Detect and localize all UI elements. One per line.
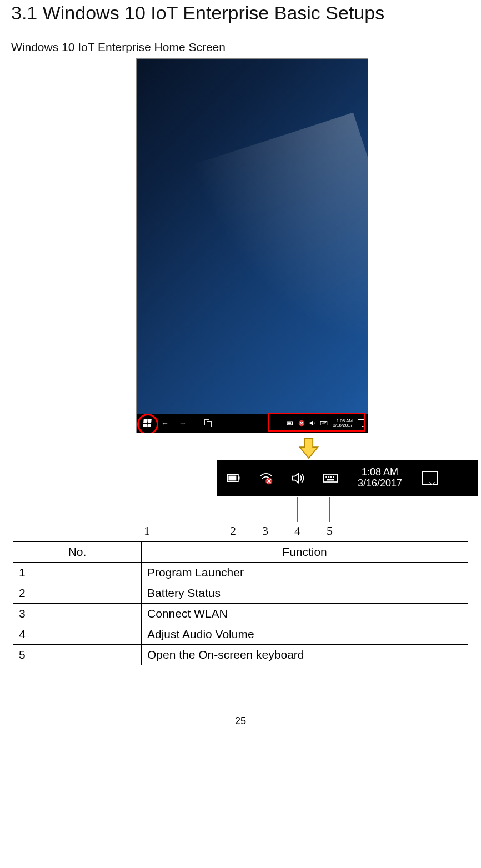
table-row: 5 Open the On-screen keyboard xyxy=(13,645,468,665)
svg-rect-12 xyxy=(228,476,236,481)
device-screenshot: ← → xyxy=(136,58,368,433)
clock-large[interactable]: 1:08 AM 3/16/2017 xyxy=(347,467,413,489)
svg-rect-2 xyxy=(288,422,292,424)
taskbar-clock[interactable]: 1:08 AM 3/16/2017 xyxy=(331,419,354,428)
leader-line-1 xyxy=(147,434,147,523)
task-view-icon[interactable] xyxy=(204,419,212,427)
table-row: 4 Adjust Audio Volume xyxy=(13,624,468,645)
page-number: 25 xyxy=(11,715,470,727)
svg-rect-17 xyxy=(330,476,332,478)
leader-line-3 xyxy=(265,497,265,522)
back-icon[interactable]: ← xyxy=(161,419,169,428)
callout-number: 2 xyxy=(230,524,236,538)
callout-number: 5 xyxy=(327,524,333,538)
section-heading: 3.1 Windows 10 IoT Enterprise Basic Setu… xyxy=(11,2,470,24)
svg-rect-14 xyxy=(324,474,338,482)
table-row: 3 Connect WLAN xyxy=(13,604,468,624)
svg-rect-15 xyxy=(325,476,327,478)
leader-line-2 xyxy=(233,497,233,522)
callout-circle-start xyxy=(137,414,158,433)
svg-rect-4 xyxy=(321,422,328,425)
function-table: No. Function 1 Program Launcher 2 Batter… xyxy=(13,541,468,665)
keyboard-icon[interactable] xyxy=(320,419,328,427)
table-header-row: No. Function xyxy=(13,542,468,563)
taskbar: ← → xyxy=(137,414,368,433)
action-center-icon[interactable] xyxy=(358,419,365,427)
system-tray-small: 1:08 AM 3/16/2017 xyxy=(287,419,368,428)
svg-rect-6 xyxy=(323,422,324,423)
table-row: 2 Battery Status xyxy=(13,583,468,604)
volume-icon[interactable] xyxy=(309,419,317,427)
svg-rect-5 xyxy=(322,422,322,423)
forward-icon[interactable]: → xyxy=(179,419,187,428)
action-center-icon-large[interactable] xyxy=(413,471,447,485)
taskbar-nav: ← → xyxy=(161,419,212,428)
svg-rect-11 xyxy=(238,476,240,479)
down-arrow-icon xyxy=(299,437,319,459)
keyboard-icon-large[interactable] xyxy=(314,470,347,486)
battery-icon[interactable] xyxy=(287,419,294,427)
table-row: 1 Program Launcher xyxy=(13,563,468,583)
wifi-off-icon[interactable] xyxy=(298,419,305,427)
svg-rect-8 xyxy=(325,422,326,423)
battery-icon-large[interactable] xyxy=(218,470,250,486)
callout-number: 1 xyxy=(144,524,150,538)
figure-caption: Windows 10 IoT Enterprise Home Screen xyxy=(11,41,470,54)
leader-line-4 xyxy=(297,497,298,522)
svg-rect-7 xyxy=(324,422,325,423)
leader-line-5 xyxy=(329,497,330,522)
callout-number: 4 xyxy=(294,524,300,538)
svg-rect-9 xyxy=(322,424,325,424)
table-header-fn: Function xyxy=(142,542,468,563)
svg-rect-16 xyxy=(328,476,330,478)
svg-rect-1 xyxy=(293,423,293,424)
table-header-no: No. xyxy=(13,542,142,563)
figure-area: ← → xyxy=(11,58,470,541)
system-tray-enlarged: 1:08 AM 3/16/2017 xyxy=(217,460,478,496)
callout-number: 3 xyxy=(262,524,268,538)
volume-icon-large[interactable] xyxy=(282,470,314,486)
svg-rect-18 xyxy=(333,476,334,478)
wifi-off-icon-large[interactable] xyxy=(250,470,282,486)
svg-rect-19 xyxy=(327,479,334,481)
